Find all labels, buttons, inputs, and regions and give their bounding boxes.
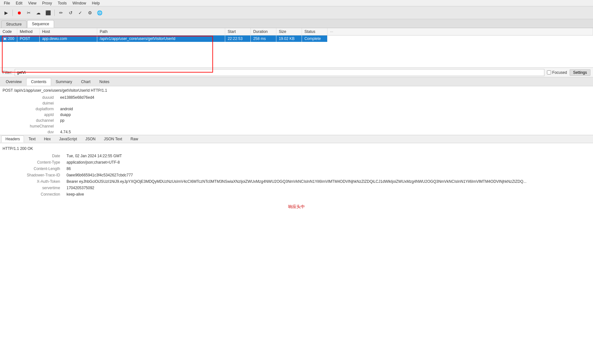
request-field-key: duuuid: [0, 95, 58, 100]
sub-tab-raw[interactable]: Raw: [127, 136, 142, 142]
col-header-host[interactable]: Host: [39, 28, 97, 35]
menubar: FileEditViewProxyToolsWindowHelp: [0, 0, 593, 6]
request-field-key: humeChannel: [0, 123, 58, 129]
globe-icon[interactable]: 🌐: [95, 9, 104, 17]
focused-checkbox[interactable]: [547, 70, 551, 74]
cell-path: /api/v1/app/user_core/users/getVisitorUs…: [97, 35, 225, 42]
cell-host: app.dewu.com: [39, 35, 97, 42]
bottom-tab-chart[interactable]: Chart: [76, 78, 95, 85]
sub-tab-text[interactable]: Text: [25, 136, 39, 142]
bottom-tab-overview[interactable]: Overview: [1, 78, 26, 85]
sub-tabs: HeadersTextHexJavaScriptJSONJSON TextRaw: [0, 135, 593, 143]
col-header-size[interactable]: Size: [276, 28, 302, 35]
response-field-key: Date: [0, 153, 64, 159]
request-field-value: pp: [58, 118, 593, 123]
col-header-path[interactable]: Path: [97, 28, 225, 35]
table-row[interactable]: ■200POSTapp.dewu.com/api/v1/app/user_cor…: [0, 35, 593, 42]
response-field-row: Content-Typeapplication/json;charset=UTF…: [0, 159, 593, 166]
menu-item-help[interactable]: Help: [89, 0, 102, 6]
menu-item-window[interactable]: Window: [70, 0, 89, 6]
menu-item-view[interactable]: View: [26, 0, 39, 6]
menu-item-tools[interactable]: Tools: [55, 0, 69, 6]
bottom-tab-notes[interactable]: Notes: [95, 78, 114, 85]
response-field-key: Content-Type: [0, 159, 64, 166]
response-field-value: application/json;charset=UTF-8: [64, 159, 593, 166]
request-field-row: duuuidee13885e68d76ed4: [0, 95, 593, 100]
response-field-row: Shadower-Trace-ID0aee96b665941c3f4c53426…: [0, 172, 593, 178]
col-header-method[interactable]: Method: [17, 28, 39, 35]
settings-icon[interactable]: ⚙: [86, 9, 94, 17]
response-field-value: keep-alive: [64, 191, 593, 197]
request-field-value: [58, 100, 593, 106]
bottom-tab-summary[interactable]: Summary: [51, 78, 76, 85]
request-section: POST /api/v1/app/user_core/users/getVisi…: [0, 86, 593, 135]
settings-button[interactable]: Settings: [570, 69, 590, 76]
response-field-row: Connectionkeep-alive: [0, 191, 593, 197]
pen-icon[interactable]: ✏: [57, 9, 65, 17]
bottom-tab-contents[interactable]: Contents: [26, 78, 51, 86]
col-header-status[interactable]: Status: [302, 28, 327, 35]
request-field-key: appId: [0, 112, 58, 118]
request-field-key: duimei: [0, 100, 58, 106]
response-field-value: Tue, 02 Jan 2024 14:22:55 GMT: [64, 153, 593, 159]
record-icon[interactable]: ⏺: [15, 9, 23, 17]
more-columns-btn[interactable]: ···: [330, 29, 333, 34]
request-field-key: duplatform: [0, 106, 58, 112]
request-field-value: [58, 123, 593, 129]
filter-input[interactable]: [15, 69, 544, 76]
cell-duration: 258 ms: [250, 35, 276, 42]
col-header-duration[interactable]: Duration: [250, 28, 276, 35]
menu-item-file[interactable]: File: [1, 0, 12, 6]
menu-item-edit[interactable]: Edit: [13, 0, 25, 6]
response-field-key: X-Auth-Token: [0, 178, 64, 185]
sub-tab-headers[interactable]: Headers: [1, 136, 24, 143]
response-field-row: DateTue, 02 Jan 2024 14:22:55 GMT: [0, 153, 593, 159]
scissors-icon[interactable]: ✂: [25, 9, 33, 17]
check-icon[interactable]: ✓: [76, 9, 84, 17]
col-header-start[interactable]: Start: [225, 28, 250, 35]
request-field-row: humeChannel: [0, 123, 593, 129]
request-field-value: android: [58, 106, 593, 112]
bottom-tabs: OverviewContentsSummaryChartNotes: [0, 77, 593, 86]
menu-item-proxy[interactable]: Proxy: [40, 0, 55, 6]
response-status-line: HTTP/1.1 200 OK: [0, 144, 593, 153]
cell-size: 19.02 KB: [276, 35, 302, 42]
sub-tab-hex[interactable]: Hex: [40, 136, 54, 142]
request-field-row: duchannelpp: [0, 118, 593, 123]
cloud-icon[interactable]: ☁: [34, 9, 43, 17]
cell-start: 22:22:53: [225, 35, 250, 42]
refresh-icon[interactable]: ↺: [67, 9, 75, 17]
focused-text: Focused: [552, 70, 567, 75]
request-table: CodeMethodHostPathStartDurationSizeStatu…: [0, 28, 593, 42]
response-field-key: servertime: [0, 185, 64, 191]
stop-icon[interactable]: ⬛: [44, 9, 52, 17]
request-field-value: 4.74.5: [58, 129, 593, 135]
response-field-row: X-Auth-TokenBearer eyJhbGciOiJSUzI1NiJ9.…: [0, 178, 593, 185]
response-field-value: 1704205375092: [64, 185, 593, 191]
sub-tab-json-text[interactable]: JSON Text: [100, 136, 126, 142]
request-field-row: duplatformandroid: [0, 106, 593, 112]
top-tab-sequence[interactable]: Sequence: [27, 20, 54, 28]
response-fields-table: DateTue, 02 Jan 2024 14:22:55 GMTContent…: [0, 153, 593, 197]
col-header-code[interactable]: Code: [0, 28, 17, 35]
request-field-key: duv: [0, 129, 58, 135]
filter-label: Filter:: [3, 70, 12, 75]
request-field-key: duchannel: [0, 118, 58, 123]
sub-tab-json[interactable]: JSON: [82, 136, 99, 142]
table-area: CodeMethodHostPathStartDurationSizeStatu…: [0, 28, 593, 68]
code-badge: ■: [3, 37, 7, 41]
request-field-row: duv4.74.5: [0, 129, 593, 135]
cell-status: Complete: [302, 35, 327, 42]
request-line: POST /api/v1/app/user_core/users/getVisi…: [0, 86, 593, 95]
top-tab-structure[interactable]: Structure: [1, 20, 27, 28]
response-field-key: Connection: [0, 191, 64, 197]
response-field-value: 0aee96b665941c3f4c5342627cbdc777: [64, 172, 593, 178]
request-field-value: duapp: [58, 112, 593, 118]
arrow-icon[interactable]: ▶: [2, 9, 10, 17]
focused-checkbox-area[interactable]: Focused: [547, 70, 567, 75]
toolbar-separator: [54, 10, 55, 16]
cell-code: ■200: [0, 35, 17, 42]
request-field-row: duimei: [0, 100, 593, 106]
table-body: ■200POSTapp.dewu.com/api/v1/app/user_cor…: [0, 35, 593, 42]
sub-tab-javascript[interactable]: JavaScript: [55, 136, 81, 142]
